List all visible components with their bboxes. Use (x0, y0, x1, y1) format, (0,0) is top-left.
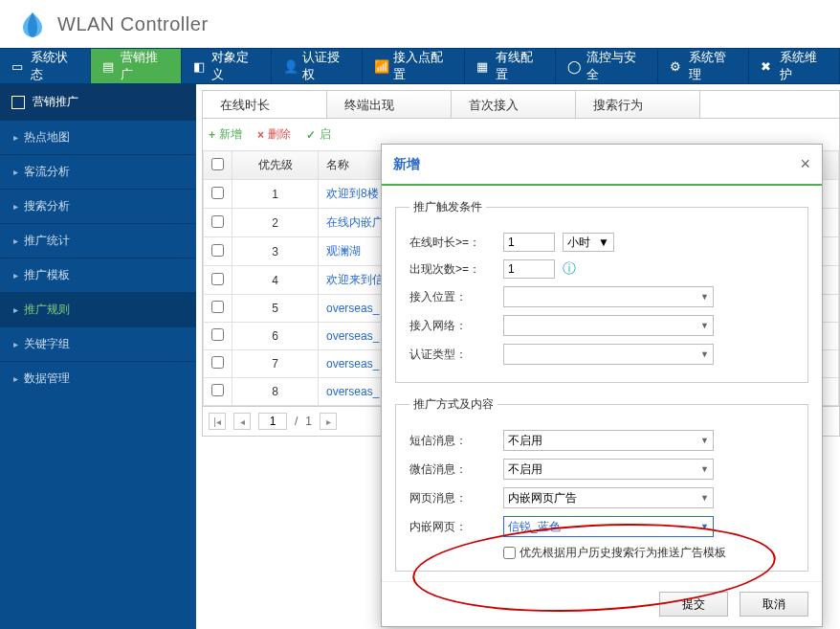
col-priority[interactable]: 优先级 (232, 151, 319, 180)
auth-select[interactable]: ▼ (503, 344, 714, 365)
cell-priority: 4 (232, 266, 319, 295)
trigger-fieldset: 推广触发条件 在线时长>=： 小时▼ 出现次数>=： ⓘ 接入位置： ▼ 接入网… (395, 199, 808, 383)
online-label: 在线时长>=： (409, 235, 496, 251)
rule-link[interactable]: overseas_ (326, 302, 379, 315)
row-checkbox[interactable] (211, 215, 224, 228)
top-nav: ▭系统状态 ▤营销推广 ◧对象定义 👤认证授权 📶接入点配置 ▦有线配置 ◯流控… (0, 48, 840, 84)
sidebar-item-search[interactable]: ▸搜索分析 (0, 189, 196, 223)
sms-select[interactable]: 不启用▼ (503, 430, 714, 451)
pos-label: 接入位置： (409, 289, 496, 305)
row-checkbox[interactable] (211, 273, 224, 285)
rule-link[interactable]: overseas_ (326, 357, 379, 371)
cube-icon: ◧ (193, 59, 207, 73)
cancel-button[interactable]: 取消 (740, 592, 808, 617)
select-all-checkbox[interactable] (211, 158, 224, 170)
app-logo-icon (17, 9, 48, 39)
chevron-down-icon: ▼ (700, 292, 709, 302)
tab-online-duration[interactable]: 在线时长 (203, 91, 327, 118)
cell-priority: 5 (232, 295, 319, 323)
row-checkbox[interactable] (211, 356, 224, 369)
cell-priority: 1 (232, 180, 319, 209)
note-icon: ▤ (102, 59, 116, 73)
nav-system-status[interactable]: ▭系统状态 (0, 49, 91, 83)
signal-icon: 📶 (374, 59, 387, 73)
nav-sys-manage[interactable]: ⚙系统管理 (658, 49, 749, 83)
wechat-label: 微信消息： (409, 461, 496, 478)
online-unit-select[interactable]: 小时▼ (563, 233, 614, 252)
list-icon (11, 96, 25, 109)
row-checkbox[interactable] (211, 244, 224, 257)
enable-button[interactable]: ✓启 (306, 126, 331, 143)
tab-search-behavior[interactable]: 搜索行为 (576, 91, 700, 118)
monitor-icon: ▭ (11, 59, 25, 73)
chevron-right-icon: ▸ (13, 339, 18, 349)
net-select[interactable]: ▼ (503, 315, 714, 336)
row-checkbox[interactable] (211, 384, 224, 396)
nav-marketing[interactable]: ▤营销推广 (91, 49, 182, 83)
page-input[interactable] (258, 413, 287, 430)
chevron-right-icon: ▸ (13, 132, 18, 143)
cell-priority: 3 (232, 237, 319, 266)
content-legend: 推广方式及内容 (409, 396, 497, 413)
nav-object-define[interactable]: ◧对象定义 (182, 49, 273, 83)
sidebar-item-rules[interactable]: ▸推广规则 (0, 292, 196, 326)
add-button[interactable]: +新增 (209, 126, 242, 143)
row-checkbox[interactable] (211, 187, 224, 199)
web-select[interactable]: 内嵌网页广告▼ (503, 487, 714, 508)
row-checkbox[interactable] (211, 301, 224, 313)
nav-ap-config[interactable]: 📶接入点配置 (363, 49, 465, 83)
sidebar-item-data[interactable]: ▸数据管理 (0, 361, 196, 395)
rule-link[interactable]: 在线内嵌广 (326, 215, 384, 229)
x-icon: × (257, 128, 264, 142)
sidebar-item-hotmap[interactable]: ▸热点地图 (0, 120, 196, 154)
sidebar-item-stats[interactable]: ▸推广统计 (0, 223, 196, 258)
nav-auth[interactable]: 👤认证授权 (272, 49, 363, 83)
add-dialog: 新增 × 推广触发条件 在线时长>=： 小时▼ 出现次数>=： ⓘ 接入位置： … (381, 144, 823, 627)
tab-first-access[interactable]: 首次接入 (452, 91, 576, 118)
chevron-down-icon: ▼ (598, 236, 609, 249)
tab-terminal-appear[interactable]: 终端出现 (327, 91, 452, 118)
sidebar-item-traffic[interactable]: ▸客流分析 (0, 154, 196, 189)
gear-icon: ⚙ (670, 59, 683, 73)
count-label: 出现次数>=： (409, 261, 496, 278)
delete-button[interactable]: ×删除 (257, 126, 291, 143)
sidebar-item-template[interactable]: ▸推广模板 (0, 258, 196, 292)
next-page-button[interactable]: ▸ (320, 413, 337, 430)
rule-link[interactable]: 观澜湖 (326, 244, 361, 258)
embed-select[interactable]: 信锐_蓝色▼ (503, 516, 714, 537)
nav-sys-maintain[interactable]: ✖系统维护 (749, 49, 840, 83)
sidebar: 营销推广 ▸热点地图 ▸客流分析 ▸搜索分析 ▸推广统计 ▸推广模板 ▸推广规则… (0, 84, 196, 629)
app-title: WLAN Controller (57, 13, 209, 35)
chevron-right-icon: ▸ (13, 167, 18, 177)
rule-link[interactable]: overseas_ (326, 385, 379, 398)
chevron-right-icon: ▸ (13, 304, 18, 315)
row-checkbox[interactable] (211, 328, 224, 341)
chevron-down-icon: ▼ (700, 522, 709, 531)
cell-priority: 8 (232, 378, 319, 406)
content-fieldset: 推广方式及内容 短信消息： 不启用▼ 微信消息： 不启用▼ 网页消息： 内嵌网页… (395, 396, 808, 572)
wechat-select[interactable]: 不启用▼ (503, 459, 714, 480)
chevron-down-icon: ▼ (700, 436, 709, 445)
total-pages: 1 (305, 415, 312, 428)
pos-select[interactable]: ▼ (503, 286, 714, 307)
chevron-right-icon: ▸ (13, 270, 18, 281)
online-input[interactable] (503, 233, 555, 252)
count-input[interactable] (503, 259, 555, 279)
history-checkbox[interactable] (503, 547, 516, 559)
chevron-down-icon: ▼ (700, 493, 709, 503)
plus-icon: + (209, 128, 215, 142)
rule-link[interactable]: overseas_ (326, 329, 379, 343)
info-icon[interactable]: ⓘ (563, 260, 576, 278)
rule-link[interactable]: 欢迎到8楼 (326, 187, 379, 200)
embed-label: 内嵌网页： (409, 519, 496, 535)
prev-page-button[interactable]: ◂ (233, 413, 251, 430)
nav-flow-security[interactable]: ◯流控与安全 (556, 49, 658, 83)
submit-button[interactable]: 提交 (659, 592, 728, 617)
first-page-button[interactable]: |◂ (209, 413, 226, 430)
chevron-down-icon: ▼ (700, 349, 709, 359)
cell-priority: 2 (232, 209, 319, 237)
nav-wired-config[interactable]: ▦有线配置 (465, 49, 556, 83)
close-icon[interactable]: × (800, 154, 810, 174)
sidebar-item-keywords[interactable]: ▸关键字组 (0, 326, 196, 361)
rule-link[interactable]: 欢迎来到信 (326, 273, 384, 286)
